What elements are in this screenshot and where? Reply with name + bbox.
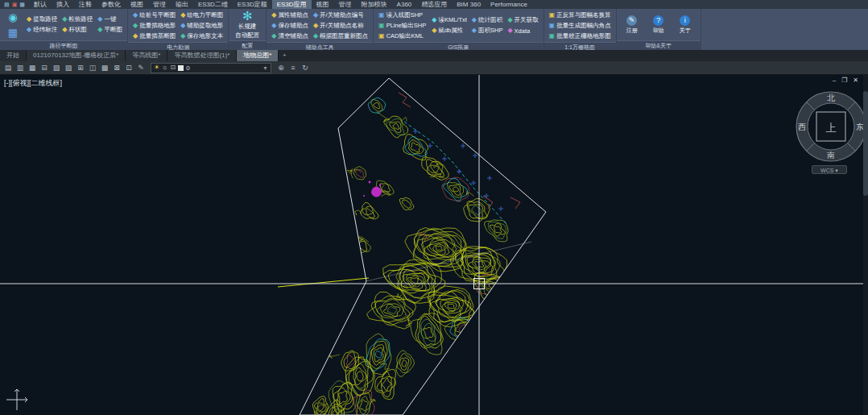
layer-unlock-icon[interactable]: ▨ [63,62,74,73]
vertical-scrollbar[interactable] [863,75,868,415]
ribbon-button[interactable]: ◆保存地形文本 [179,31,225,41]
restore-icon[interactable]: ❐ [841,77,847,84]
ribbon-tab-4[interactable]: 视图 [126,0,148,9]
ribbon-button[interactable]: ◆读KML/Txt [430,15,469,26]
ribbon-button[interactable]: ◆绘桩号平断图 [131,10,177,20]
ribbon-button[interactable]: ▣批量生成图幅内角点 [548,20,613,31]
minimize-icon[interactable]: ‒ [833,77,836,84]
close-icon[interactable]: ✕ [853,77,858,84]
ribbon-button[interactable]: ▣读入线图SHP [377,10,428,20]
document-tab-0[interactable]: 开始 [0,50,27,61]
ribbon-tab-3[interactable]: 参数化 [97,0,126,9]
button-label: 绘电力平断图 [187,11,223,19]
ribbon-button[interactable]: ◆检验路径 [60,15,94,25]
layer-merge-icon[interactable]: ✎ [135,62,147,73]
layer-walk-icon[interactable]: ◫ [87,62,98,73]
ribbon-tab-11[interactable]: 管理 [334,0,357,9]
wcs-button[interactable]: WCS ▾ [812,165,847,174]
layer-lock-icon[interactable]: ▧ [51,62,62,73]
ribbon-tab-1[interactable]: 插入 [52,0,74,9]
ribbon-button[interactable]: ◆辅助提取地形 [179,20,225,31]
viewcube-top-face[interactable]: 上 [826,122,837,134]
ribbon-button[interactable]: ◆赋db属性 [430,26,469,36]
ribbon-tab-10[interactable]: 视图 [312,0,334,9]
ribbon-button[interactable]: ◆根据图层重新图点 [312,31,370,41]
tool-icon: ◆ [97,27,102,33]
ribbon-button[interactable]: ◆经纬标注 [25,25,59,35]
app-menu-icon[interactable]: ▤ [4,0,10,9]
workspace-icon[interactable]: ▣ [12,0,18,9]
help-button[interactable]: ? 帮助 [647,15,671,35]
viewcube-south[interactable]: 南 [827,151,835,160]
ribbon-tab-0[interactable]: 默认 [29,0,52,9]
document-tab-4[interactable]: 地物总图* [237,50,279,61]
ribbon-tab-16[interactable]: Performance [486,0,532,9]
profile-large-button[interactable]: ▦ [3,25,23,39]
ribbon-tab-2[interactable]: 注释 [74,0,97,9]
ribbon-tab-5[interactable]: 管理 [148,0,171,9]
rectify-icon: ▣ [549,33,556,39]
ribbon-button[interactable]: ▣批量校正栅格地形图 [548,31,613,41]
refresh-icon[interactable]: ↻ [300,62,311,73]
scrollbar-thumb[interactable] [863,91,868,196]
panel-title: 帮助&关于 [617,40,701,50]
document-tab-3[interactable]: 等高数据处理图(1)* [167,50,237,61]
ribbon-button[interactable]: ◆开关获取 [506,15,539,26]
ribbon-button[interactable]: ▣正反算与图幅名换算 [548,10,613,20]
app-icons: ▤ ▣ ▦ [0,0,29,9]
ribbon-tab-6[interactable]: 输出 [171,0,193,9]
layer-match-icon[interactable]: ▩ [99,62,110,73]
info-icon: i [680,15,690,26]
ribbon-button[interactable]: ◆Xdata [506,26,539,36]
ribbon-tab-13[interactable]: A360 [392,0,417,9]
ribbon-tab-12[interactable]: 附加模块 [357,0,392,9]
ribbon-button[interactable]: ◆开/关辅助点名称 [312,20,370,31]
extract-path-large-button[interactable]: ◉ [3,10,23,24]
ribbon-button[interactable]: ◆开/关辅助点编号 [312,10,370,20]
drawing-canvas[interactable]: [-][俯视][二维线框] ‒ ❐ ✕ 上 北 南 西 东 [0,75,868,415]
document-tab-1[interactable]: 0121070132地图-栅格校正后* [27,50,126,61]
ribbon-button[interactable]: ◆面积SHP [470,26,505,36]
ribbon-button[interactable]: ◆一键 [96,15,124,25]
ribbon: ◉ ▦ ◆提取路径 ◆检验路径 ◆一键 ◆经纬标注 ◆杆状图 ◆平断图 路径平断… [0,9,868,50]
ribbon-button[interactable]: ◆属性辅助点 [270,10,310,20]
ribbon-button[interactable]: ◆批量插格地形 [131,20,177,31]
ribbon-button[interactable]: ◆杆状图 [60,25,94,35]
cad-application-window: ▤ ▣ ▦ 默认插入注释参数化视图管理输出ES3D二维ES3D定额ES3D应用视… [0,0,868,415]
ribbon-button[interactable]: ◆批量插基断图 [131,31,177,41]
ribbon-tab-8[interactable]: ES3D定额 [233,0,272,9]
layer-isolate-icon[interactable]: ▦ [27,62,38,73]
ribbon-button[interactable]: ◆绘电力平断图 [179,10,225,20]
viewcube-north[interactable]: 北 [827,93,836,102]
ribbon-tab-14[interactable]: 精选应用 [416,0,452,9]
layer-off-icon[interactable]: ▥ [14,62,26,73]
ribbon-button[interactable]: ◆统计面积 [470,15,505,26]
quick-access-icon[interactable]: ▦ [19,0,25,9]
make-current-icon[interactable]: ⊕ [275,62,287,73]
ribbon-tab-7[interactable]: ES3D二维 [193,0,233,9]
ribbon-button[interactable]: ◆平断图 [96,25,124,35]
ribbon-button[interactable]: ▣CAD输出KML [377,31,428,41]
layer-properties-icon[interactable]: ▤ [2,62,14,73]
ribbon-button[interactable]: ◆保存辅助点 [270,20,310,31]
ribbon-tab-15[interactable]: BIM 360 [452,0,486,9]
ribbon-tab-9[interactable]: ES3D应用 [272,0,312,9]
view-cube[interactable]: 上 北 南 西 东 [794,89,868,164]
auto-config-button[interactable]: ✻ 长规建 自动配置 [232,10,262,39]
new-drawing-tab-button[interactable]: + [279,50,290,61]
ribbon-button[interactable]: ▣PLine输出SHP [377,20,428,31]
document-tab-2[interactable]: 等高线图* [126,50,167,61]
ribbon-button[interactable]: ◆提取路径 [25,15,59,25]
viewport-controls-label[interactable]: [-][俯视][二维线框] [4,78,62,89]
button-label: 保存辅助点 [278,22,308,30]
layer-color-icon[interactable]: ⊞ [75,62,86,73]
layer-previous-icon[interactable]: ⊠ [111,62,122,73]
ribbon-button[interactable]: ◆清空辅助点 [270,31,310,41]
about-button[interactable]: i 关于 [673,15,697,35]
layer-freeze-icon[interactable]: ⊟ [39,62,50,73]
layer-list-icon[interactable]: ≡ [287,62,299,73]
register-button[interactable]: ✎ 注册 [620,15,644,35]
layer-state-icon[interactable]: ⊡ [123,62,134,73]
viewcube-west[interactable]: 西 [798,122,806,131]
layer-dropdown[interactable]: ☀ ☼ ⊡ 0 ▼ [151,63,271,73]
